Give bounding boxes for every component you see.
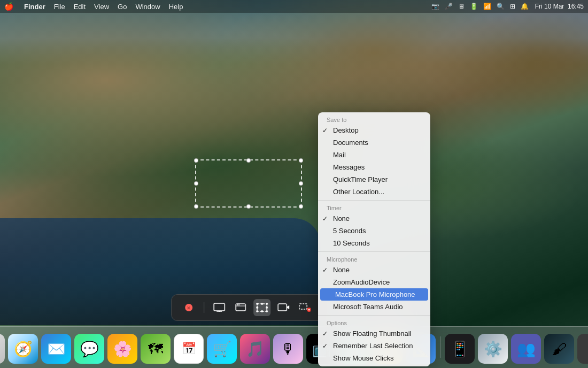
svg-text:✕: ✕: [187, 305, 191, 311]
dock-icon-dots[interactable]: ···: [577, 334, 588, 364]
dock-icon-maps[interactable]: 🗺: [141, 334, 171, 364]
dock-icon-brush[interactable]: 🖌: [544, 334, 574, 364]
svg-point-11: [266, 303, 268, 305]
handle-bm[interactable]: [246, 204, 251, 209]
options-label: Options: [318, 318, 430, 327]
label-documents: Documents: [333, 139, 426, 147]
check-none-mic: ✓: [322, 266, 333, 274]
menu-item-5sec[interactable]: 5 Seconds: [318, 225, 430, 237]
search-icon[interactable]: 🔍: [497, 3, 505, 10]
handle-mr[interactable]: [299, 181, 303, 186]
capture-window-button[interactable]: [232, 299, 249, 316]
view-menu[interactable]: View: [94, 3, 109, 11]
go-menu[interactable]: Go: [118, 3, 127, 11]
menu-item-none-mic[interactable]: ✓ None: [318, 264, 430, 276]
label-none-mic: None: [333, 266, 426, 274]
edit-menu[interactable]: Edit: [74, 3, 86, 11]
svg-rect-2: [214, 303, 225, 311]
notification-icon[interactable]: 🔔: [521, 3, 529, 10]
label-remember-selection: Remember Last Selection: [333, 342, 426, 350]
menu-item-10sec[interactable]: 10 Seconds: [318, 237, 430, 249]
label-other-location: Other Location...: [333, 188, 426, 196]
label-floating-thumbnail: Show Floating Thumbnail: [333, 329, 426, 338]
record-selection-icon: [299, 303, 311, 312]
dock-icon-photos[interactable]: 🌸: [107, 334, 137, 364]
dock-icon-messages[interactable]: 💬: [74, 334, 104, 364]
timer-label: Timer: [318, 203, 430, 212]
menu-item-floating-thumbnail[interactable]: ✓ Show Floating Thumbnail: [318, 327, 430, 340]
check-desktop: ✓: [322, 127, 333, 134]
label-mail: Mail: [333, 151, 426, 159]
dock-icon-music[interactable]: 🎵: [240, 334, 270, 364]
dock-separator: [440, 336, 440, 358]
menu-item-show-mouse[interactable]: Show Mouse Clicks: [318, 352, 430, 364]
close-button[interactable]: ✕: [180, 299, 197, 316]
menu-item-remember-selection[interactable]: ✓ Remember Last Selection: [318, 340, 430, 352]
menubar-right: 📷 🎤 🖥 🔋 📶 🔍 ⊞ 🔔 Fri 10 Mar 16:45: [431, 3, 584, 10]
dock-icon-teams[interactable]: 👥: [511, 334, 541, 364]
control-center-icon[interactable]: ⊞: [510, 3, 515, 10]
video-icon: 📷: [431, 3, 439, 10]
capture-selection-button[interactable]: [253, 299, 270, 316]
svg-point-14: [261, 303, 263, 305]
handle-tm[interactable]: [246, 158, 251, 163]
window-menu[interactable]: Window: [135, 3, 160, 11]
dock-icon-podcasts[interactable]: 🎙: [273, 334, 303, 364]
dock-icon-iphone[interactable]: 📱: [445, 334, 475, 364]
handle-br[interactable]: [299, 204, 303, 209]
menubar-icons: 📷 🎤 🖥 🔋 📶 🔍 ⊞ 🔔: [431, 3, 529, 10]
handle-ml[interactable]: [194, 181, 198, 186]
svg-point-7: [237, 304, 238, 305]
dock-icon-appstore[interactable]: 🛒: [207, 334, 237, 364]
svg-marker-19: [287, 305, 289, 309]
label-show-mouse: Show Mouse Clicks: [333, 354, 426, 362]
svg-rect-20: [299, 304, 307, 309]
label-teams-audio: Microsoft Teams Audio: [333, 303, 426, 311]
menu-item-teams-audio[interactable]: Microsoft Teams Audio: [318, 301, 430, 313]
screenshot-selection[interactable]: [195, 159, 302, 208]
apple-menu[interactable]: 🍎: [4, 2, 13, 11]
dock-icon-calendar[interactable]: 📅: [174, 334, 204, 364]
save-to-label: Save to: [318, 114, 430, 124]
menu-item-mail[interactable]: Mail: [318, 149, 430, 161]
dock-icon-safari[interactable]: 🧭: [8, 334, 38, 364]
sep-1: [318, 200, 430, 201]
dock-icon-settings[interactable]: ⚙️: [478, 334, 508, 364]
svg-point-16: [256, 306, 258, 309]
finder-menu[interactable]: Finder: [24, 3, 45, 11]
svg-rect-18: [278, 304, 287, 311]
handle-bl[interactable]: [194, 204, 198, 209]
label-messages: Messages: [333, 163, 426, 171]
menu-item-desktop[interactable]: ✓ Desktop: [318, 124, 430, 136]
handle-tl[interactable]: [194, 158, 198, 163]
menu-item-zoom-audio[interactable]: ZoomAudioDevice: [318, 276, 430, 288]
svg-rect-9: [257, 304, 267, 311]
dock-icon-mail[interactable]: ✉️: [41, 334, 71, 364]
label-desktop: Desktop: [333, 126, 426, 134]
label-zoom-audio: ZoomAudioDevice: [333, 278, 426, 286]
svg-point-12: [256, 310, 258, 312]
menu-item-messages[interactable]: Messages: [318, 161, 430, 173]
svg-point-17: [266, 306, 268, 309]
handle-tr[interactable]: [299, 158, 303, 163]
label-quicktime: QuickTime Player: [333, 175, 426, 183]
screen-icon: 🖥: [458, 3, 465, 10]
help-menu[interactable]: Help: [169, 3, 183, 11]
record-screen-button[interactable]: [275, 299, 292, 316]
battery-icon: 🔋: [470, 3, 478, 10]
label-10sec: 10 Seconds: [333, 239, 426, 247]
record-selection-button[interactable]: [296, 299, 313, 316]
menubar: 🍎 Finder File Edit View Go Window Help 📷…: [0, 0, 588, 13]
dock-icon-launchpad[interactable]: 🚀: [0, 334, 5, 364]
file-menu[interactable]: File: [54, 3, 65, 11]
menu-item-macbook-mic[interactable]: MacBook Pro Microphone: [320, 288, 428, 301]
menu-item-quicktime[interactable]: QuickTime Player: [318, 173, 430, 186]
check-remember: ✓: [322, 342, 333, 350]
menu-item-other-location[interactable]: Other Location...: [318, 186, 430, 198]
menu-item-documents[interactable]: Documents: [318, 136, 430, 149]
window-icon: [235, 303, 246, 312]
menu-item-none-timer[interactable]: ✓ None: [318, 212, 430, 225]
microphone-label: Microphone: [318, 254, 430, 264]
capture-screen-button[interactable]: [211, 299, 228, 316]
wifi-icon: 📶: [483, 3, 491, 10]
